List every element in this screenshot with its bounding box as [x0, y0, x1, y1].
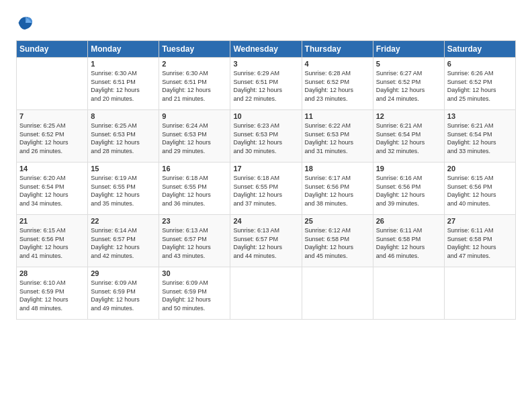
day-number: 15 [91, 165, 156, 173]
day-info: Sunrise: 6:12 AMSunset: 6:58 PMDaylight:… [305, 226, 370, 260]
day-number: 2 [162, 60, 227, 68]
calendar-row: 28Sunrise: 6:10 AMSunset: 6:59 PMDayligh… [17, 267, 516, 320]
header-day: Tuesday [159, 41, 230, 58]
calendar-cell: 3Sunrise: 6:29 AMSunset: 6:51 PMDaylight… [230, 58, 302, 110]
day-number: 1 [91, 60, 156, 68]
day-number: 27 [447, 217, 513, 225]
day-number: 17 [233, 165, 298, 173]
day-number: 5 [376, 60, 441, 68]
calendar-cell: 15Sunrise: 6:19 AMSunset: 6:55 PMDayligh… [88, 163, 159, 215]
calendar-row: 21Sunrise: 6:15 AMSunset: 6:56 PMDayligh… [17, 215, 516, 267]
day-number: 4 [305, 60, 370, 68]
day-number: 19 [376, 165, 441, 173]
calendar-cell: 30Sunrise: 6:09 AMSunset: 6:59 PMDayligh… [159, 267, 230, 320]
day-info: Sunrise: 6:16 AMSunset: 6:56 PMDaylight:… [376, 174, 441, 208]
header-day: Sunday [17, 41, 88, 58]
calendar-cell: 2Sunrise: 6:30 AMSunset: 6:51 PMDaylight… [159, 58, 230, 110]
calendar-cell: 23Sunrise: 6:13 AMSunset: 6:57 PMDayligh… [159, 215, 230, 267]
day-info: Sunrise: 6:25 AMSunset: 6:52 PMDaylight:… [19, 122, 85, 155]
header-day: Saturday [444, 41, 515, 58]
day-info: Sunrise: 6:24 AMSunset: 6:53 PMDaylight:… [162, 122, 227, 155]
calendar-cell: 20Sunrise: 6:15 AMSunset: 6:56 PMDayligh… [444, 163, 515, 215]
day-info: Sunrise: 6:20 AMSunset: 6:54 PMDaylight:… [19, 174, 85, 208]
day-number: 6 [447, 60, 513, 68]
calendar-cell: 17Sunrise: 6:18 AMSunset: 6:55 PMDayligh… [230, 163, 302, 215]
calendar-cell: 29Sunrise: 6:09 AMSunset: 6:59 PMDayligh… [88, 267, 159, 320]
calendar-cell: 22Sunrise: 6:14 AMSunset: 6:57 PMDayligh… [88, 215, 159, 267]
calendar-cell: 11Sunrise: 6:22 AMSunset: 6:53 PMDayligh… [302, 110, 373, 163]
day-info: Sunrise: 6:19 AMSunset: 6:55 PMDaylight:… [91, 174, 156, 208]
day-info: Sunrise: 6:18 AMSunset: 6:55 PMDaylight:… [162, 174, 227, 208]
day-info: Sunrise: 6:09 AMSunset: 6:59 PMDaylight:… [162, 279, 227, 312]
day-info: Sunrise: 6:23 AMSunset: 6:53 PMDaylight:… [233, 122, 298, 155]
day-number: 18 [305, 165, 370, 173]
day-info: Sunrise: 6:25 AMSunset: 6:53 PMDaylight:… [91, 122, 156, 155]
day-number: 14 [19, 165, 85, 173]
calendar-cell: 8Sunrise: 6:25 AMSunset: 6:53 PMDaylight… [88, 110, 159, 163]
day-info: Sunrise: 6:18 AMSunset: 6:55 PMDaylight:… [233, 174, 298, 208]
day-info: Sunrise: 6:11 AMSunset: 6:58 PMDaylight:… [447, 226, 513, 260]
calendar-cell [302, 267, 373, 320]
day-info: Sunrise: 6:17 AMSunset: 6:56 PMDaylight:… [305, 174, 370, 208]
day-info: Sunrise: 6:11 AMSunset: 6:58 PMDaylight:… [376, 226, 441, 260]
header-row: SundayMondayTuesdayWednesdayThursdayFrid… [17, 41, 516, 58]
day-info: Sunrise: 6:29 AMSunset: 6:51 PMDaylight:… [233, 69, 298, 103]
calendar-cell [230, 267, 302, 320]
calendar-cell: 1Sunrise: 6:30 AMSunset: 6:51 PMDaylight… [88, 58, 159, 110]
header-day: Monday [88, 41, 159, 58]
day-number: 25 [305, 217, 370, 225]
day-info: Sunrise: 6:15 AMSunset: 6:56 PMDaylight:… [447, 174, 513, 208]
calendar-cell: 14Sunrise: 6:20 AMSunset: 6:54 PMDayligh… [17, 163, 88, 215]
logo-icon [16, 13, 35, 32]
calendar-cell: 13Sunrise: 6:21 AMSunset: 6:54 PMDayligh… [444, 110, 515, 163]
day-info: Sunrise: 6:14 AMSunset: 6:57 PMDaylight:… [91, 226, 156, 260]
calendar-cell [444, 267, 515, 320]
day-number: 23 [162, 217, 227, 225]
calendar-cell: 21Sunrise: 6:15 AMSunset: 6:56 PMDayligh… [17, 215, 88, 267]
day-number: 3 [233, 60, 298, 68]
day-number: 28 [19, 269, 85, 277]
header-day: Wednesday [230, 41, 302, 58]
header [16, 13, 516, 32]
calendar-cell: 28Sunrise: 6:10 AMSunset: 6:59 PMDayligh… [17, 267, 88, 320]
calendar-cell: 18Sunrise: 6:17 AMSunset: 6:56 PMDayligh… [302, 163, 373, 215]
day-number: 12 [376, 112, 441, 120]
day-info: Sunrise: 6:13 AMSunset: 6:57 PMDaylight:… [233, 226, 298, 260]
day-number: 13 [447, 112, 513, 120]
calendar-cell [373, 267, 444, 320]
header-day: Friday [373, 41, 444, 58]
calendar-body: 1Sunrise: 6:30 AMSunset: 6:51 PMDaylight… [17, 58, 516, 320]
page: SundayMondayTuesdayWednesdayThursdayFrid… [0, 0, 532, 330]
day-info: Sunrise: 6:13 AMSunset: 6:57 PMDaylight:… [162, 226, 227, 260]
logo [16, 13, 38, 32]
calendar-cell: 26Sunrise: 6:11 AMSunset: 6:58 PMDayligh… [373, 215, 444, 267]
day-info: Sunrise: 6:15 AMSunset: 6:56 PMDaylight:… [19, 226, 85, 260]
calendar-cell: 7Sunrise: 6:25 AMSunset: 6:52 PMDaylight… [17, 110, 88, 163]
calendar-cell: 12Sunrise: 6:21 AMSunset: 6:54 PMDayligh… [373, 110, 444, 163]
day-info: Sunrise: 6:27 AMSunset: 6:52 PMDaylight:… [376, 69, 441, 103]
day-number: 11 [305, 112, 370, 120]
day-info: Sunrise: 6:28 AMSunset: 6:52 PMDaylight:… [305, 69, 370, 103]
calendar-cell: 6Sunrise: 6:26 AMSunset: 6:52 PMDaylight… [444, 58, 515, 110]
day-number: 29 [91, 269, 156, 277]
calendar-cell: 4Sunrise: 6:28 AMSunset: 6:52 PMDaylight… [302, 58, 373, 110]
day-number: 30 [162, 269, 227, 277]
day-info: Sunrise: 6:22 AMSunset: 6:53 PMDaylight:… [305, 122, 370, 155]
day-number: 9 [162, 112, 227, 120]
calendar-cell: 10Sunrise: 6:23 AMSunset: 6:53 PMDayligh… [230, 110, 302, 163]
calendar-cell: 24Sunrise: 6:13 AMSunset: 6:57 PMDayligh… [230, 215, 302, 267]
calendar-row: 7Sunrise: 6:25 AMSunset: 6:52 PMDaylight… [17, 110, 516, 163]
calendar-row: 1Sunrise: 6:30 AMSunset: 6:51 PMDaylight… [17, 58, 516, 110]
day-info: Sunrise: 6:30 AMSunset: 6:51 PMDaylight:… [91, 69, 156, 103]
day-info: Sunrise: 6:10 AMSunset: 6:59 PMDaylight:… [19, 279, 85, 312]
day-number: 20 [447, 165, 513, 173]
calendar-cell [17, 58, 88, 110]
day-info: Sunrise: 6:09 AMSunset: 6:59 PMDaylight:… [91, 279, 156, 312]
calendar-cell: 27Sunrise: 6:11 AMSunset: 6:58 PMDayligh… [444, 215, 515, 267]
calendar-table: SundayMondayTuesdayWednesdayThursdayFrid… [16, 40, 516, 320]
day-number: 26 [376, 217, 441, 225]
calendar-cell: 16Sunrise: 6:18 AMSunset: 6:55 PMDayligh… [159, 163, 230, 215]
day-number: 10 [233, 112, 298, 120]
day-info: Sunrise: 6:26 AMSunset: 6:52 PMDaylight:… [447, 69, 513, 103]
calendar-cell: 5Sunrise: 6:27 AMSunset: 6:52 PMDaylight… [373, 58, 444, 110]
